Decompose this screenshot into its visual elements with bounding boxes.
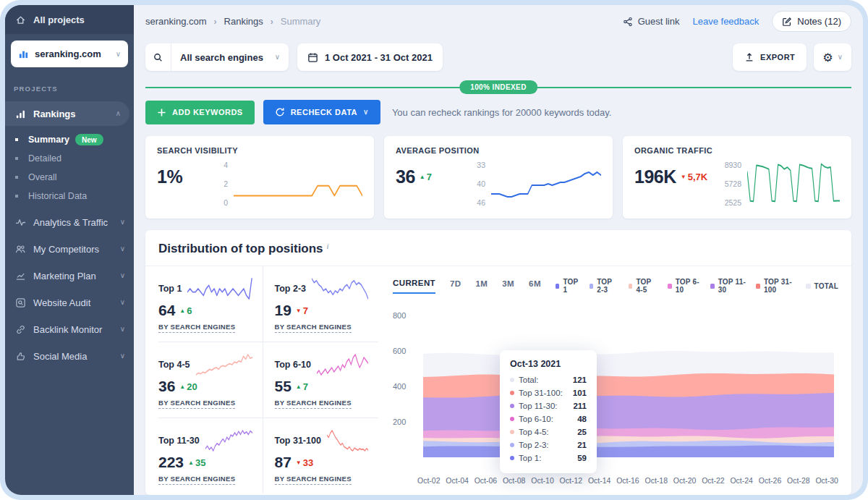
tooltip-value: 121 [573,376,587,384]
refresh-icon [275,107,285,117]
rankings-bars-icon [15,109,26,119]
export-button[interactable]: EXPORT [733,43,807,71]
tab-1m[interactable]: 1M [476,279,488,293]
legend-top11-30[interactable]: TOP 11-30 [710,278,746,294]
tooltip-label: Top 31-100: [519,389,573,397]
legend-top2-3[interactable]: TOP 2-3 [590,278,619,294]
recheck-note: You can recheck rankings for 20000 keywo… [392,107,612,118]
organic-traffic-delta: 5,7K [688,171,707,182]
legend-top1[interactable]: TOP 1 [556,278,580,294]
topbar: seranking.com › Rankings › Summary Guest… [134,5,863,38]
sidebar-item-detailed[interactable]: Detailed [5,149,134,168]
legend-label: TOP 4-5 [636,278,658,294]
top4-5-label: Top 4-5 [158,360,190,370]
tooltip-value: 101 [573,389,587,397]
x-axis-tick: Oct-26 [759,476,782,485]
sidebar-item-my-competitors[interactable]: My Competitors ∨ [5,236,134,262]
by-search-engines-link[interactable]: BY SEARCH ENGINES [158,323,235,333]
legend-label: TOP 31-100 [764,278,796,294]
x-axis-tick: Oct-16 [616,476,639,485]
x-axis-tick: Oct-30 [815,476,838,485]
tooltip-label: Top 1: [519,454,577,462]
tooltip-label: Top 2-3: [519,441,577,449]
delta-up-icon: ▲ [296,384,302,390]
tooltip-row: Top 1:59 [510,454,587,462]
positions-chart-panel: CURRENT 7D 1M 3M 6M TOP 1 TOP 2-3 TOP 4-… [378,266,851,493]
sidebar-item-marketing-plan[interactable]: Marketing Plan ∨ [5,263,134,289]
legend-top6-10[interactable]: TOP 6-10 [668,278,701,294]
top2-3-cell: Top 2-3 19 ▼7 BY SEARCH ENGINES [263,266,379,342]
legend-top31-100[interactable]: TOP 31-100 [756,278,796,294]
sidebar-item-historical-data[interactable]: Historical Data [5,187,134,205]
top4-5-cell: Top 4-5 36 ▲20 BY SEARCH ENGINES [158,342,263,418]
search-icon[interactable] [145,43,171,71]
x-axis-tick: Oct-28 [787,476,810,485]
info-icon[interactable]: i [327,242,329,250]
notes-label: Notes (12) [797,16,841,27]
legend-swatch [556,284,560,289]
legend-swatch [710,284,715,289]
notes-button[interactable]: Notes (12) [772,11,851,32]
by-search-engines-link[interactable]: BY SEARCH ENGINES [275,323,352,333]
top6-10-sparkline [317,353,368,376]
date-range-picker[interactable]: 1 Oct 2021 - 31 Oct 2021 [297,43,443,71]
top1-cell: Top 1 64 ▲6 BY SEARCH ENGINES [158,266,263,342]
leave-feedback-link[interactable]: Leave feedback [693,16,760,27]
by-search-engines-link[interactable]: BY SEARCH ENGINES [275,475,352,485]
top1-delta: 6 [187,305,192,316]
legend-total[interactable]: TOTAL [806,282,838,290]
tab-6m[interactable]: 6M [529,279,541,293]
ytick: 8930 [721,161,741,169]
overall-label: Overall [28,172,57,182]
settings-button[interactable]: ⚙ ∨ [814,43,851,71]
position-mini-cards: Top 1 64 ▲6 BY SEARCH ENGINES Top 2 [145,266,378,493]
tab-3m[interactable]: 3M [502,279,514,293]
legend-top4-5[interactable]: TOP 4-5 [629,278,658,294]
breadcrumb-section[interactable]: Rankings [224,16,263,27]
add-keywords-button[interactable]: ADD KEYWORDS [145,101,255,124]
people-icon [15,244,26,255]
tooltip-dot [510,417,514,421]
tooltip-value: 21 [577,441,587,449]
y-axis-tick: 200 [393,418,417,426]
bullet-icon [15,138,18,141]
backlink-monitor-label: Backlink Monitor [33,324,113,335]
tab-7d[interactable]: 7D [450,279,461,293]
tooltip-value: 25 [577,428,587,436]
by-search-engines-link[interactable]: BY SEARCH ENGINES [158,475,235,485]
x-axis-tick: Oct-18 [645,476,668,485]
sidebar-item-backlink-monitor[interactable]: Backlink Monitor ∨ [5,316,134,342]
top6-10-value: 55 [275,378,292,395]
x-axis-tick: Oct-24 [730,476,753,485]
sidebar-item-summary[interactable]: Summary New [5,130,134,149]
search-engines-select[interactable]: All search engines ∨ [145,43,289,71]
sidebar-item-all-projects[interactable]: All projects [5,5,134,34]
link-icon [15,324,26,335]
tab-current[interactable]: CURRENT [393,279,435,294]
x-axis-tick: Oct-14 [588,476,611,485]
guest-link-button[interactable]: Guest link [623,16,680,27]
project-selector[interactable]: seranking.com ∨ [11,41,128,67]
y-axis-tick: 400 [393,382,417,391]
breadcrumb-project[interactable]: seranking.com [145,16,207,27]
tooltip-row: Top 6-10:48 [510,415,587,423]
sidebar-item-analytics-traffic[interactable]: Analytics & Traffic ∨ [5,209,134,235]
tooltip-dot [510,391,514,395]
tooltip-row: Total:121 [510,376,587,384]
ytick: 2 [216,179,228,188]
sidebar-item-social-media[interactable]: Social Media ∨ [5,343,134,369]
sidebar-item-website-audit[interactable]: Website Audit ∨ [5,289,134,315]
by-search-engines-link[interactable]: BY SEARCH ENGINES [158,399,235,409]
sidebar-item-rankings[interactable]: Rankings ∧ [5,101,129,126]
ytick: 2525 [721,198,741,207]
by-search-engines-link[interactable]: BY SEARCH ENGINES [275,399,352,409]
search-visibility-card: SEARCH VISIBILITY 1% 4 2 0 [145,136,374,219]
indexed-badge: 100% INDEXED [459,80,537,94]
chart-tabs: CURRENT 7D 1M 3M 6M TOP 1 TOP 2-3 TOP 4-… [393,278,838,294]
search-engines-value: All search engines [171,52,275,63]
sidebar-item-overall[interactable]: Overall [5,168,134,187]
recheck-data-button[interactable]: RECHECK DATA ∨ [263,100,380,124]
x-axis-tick: Oct-20 [673,476,697,485]
tooltip-dot [510,456,514,460]
top4-5-sparkline [196,353,252,376]
